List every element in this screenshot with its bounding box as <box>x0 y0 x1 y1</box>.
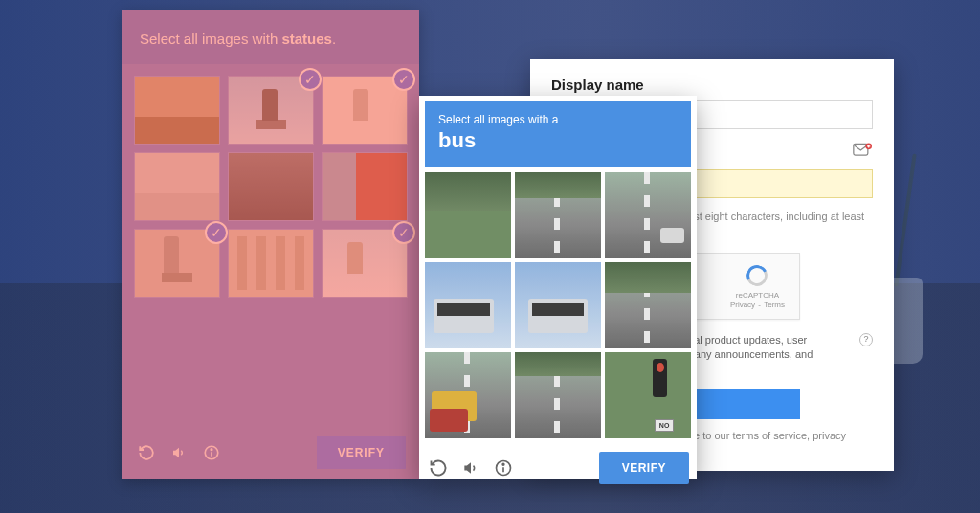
recaptcha-privacy-link[interactable]: Privacy <box>730 301 755 309</box>
check-icon: ✓ <box>392 68 415 91</box>
recaptcha-brand: reCAPTCHA Privacy - Terms <box>729 262 786 309</box>
check-icon: ✓ <box>299 68 322 91</box>
captcha-statues-prompt-prefix: Select all images with <box>140 31 281 47</box>
audio-icon[interactable] <box>168 442 189 463</box>
captcha-statues-tile-5[interactable] <box>228 152 314 221</box>
captcha-statues-tile-2[interactable]: ✓ <box>228 76 314 145</box>
captcha-statues-tile-6[interactable] <box>322 152 408 221</box>
display-name-label: Display name <box>551 77 873 93</box>
captcha-statues-footer: VERIFY <box>122 436 419 469</box>
captcha-bus-tile-5[interactable] <box>515 262 601 348</box>
captcha-bus-footer: VERIFY <box>425 448 691 486</box>
info-icon[interactable] <box>201 442 222 463</box>
captcha-bus-tile-9[interactable]: NO <box>605 352 691 438</box>
captcha-bus-tile-3[interactable] <box>605 172 691 258</box>
captcha-statues-prompt-suffix: . <box>332 31 336 47</box>
no-sign: NO <box>655 419 674 432</box>
add-email-icon[interactable] <box>852 141 873 160</box>
recaptcha-brand-name: reCAPTCHA <box>729 291 786 301</box>
captcha-bus: Select all images with a bus NO VERIFY <box>419 96 697 479</box>
captcha-statues-tile-7[interactable]: ✓ <box>134 229 220 298</box>
check-icon: ✓ <box>205 221 228 244</box>
captcha-statues-tile-8[interactable] <box>228 229 314 298</box>
captcha-bus-tile-4[interactable] <box>425 262 511 348</box>
reload-icon[interactable] <box>427 457 450 480</box>
captcha-statues-grid: ✓ ✓ ✓ ✓ <box>122 64 419 301</box>
reload-icon[interactable] <box>136 442 157 463</box>
svg-point-7 <box>502 463 504 465</box>
captcha-statues-tile-9[interactable]: ✓ <box>322 229 408 298</box>
audio-icon[interactable] <box>459 457 482 480</box>
captcha-statues: Select all images with statues. ✓ ✓ ✓ ✓ … <box>122 10 419 479</box>
verify-button[interactable]: VERIFY <box>599 452 689 484</box>
captcha-bus-prompt-line2: bus <box>438 128 678 153</box>
verify-button[interactable]: VERIFY <box>317 436 406 469</box>
captcha-bus-tile-2[interactable] <box>515 172 601 258</box>
captcha-statues-tile-4[interactable] <box>134 152 220 221</box>
captcha-bus-tile-8[interactable] <box>515 352 601 438</box>
help-icon[interactable]: ? <box>859 333 873 346</box>
captcha-bus-tile-6[interactable] <box>605 262 691 348</box>
svg-point-2 <box>211 449 212 451</box>
captcha-statues-header: Select all images with statues. <box>122 10 419 64</box>
captcha-bus-tile-7[interactable] <box>425 352 511 438</box>
captcha-bus-grid: NO <box>425 172 691 438</box>
captcha-statues-prompt-target: statues <box>281 31 332 47</box>
captcha-bus-tile-1[interactable] <box>425 172 511 258</box>
recaptcha-terms-link[interactable]: Terms <box>764 301 785 309</box>
captcha-statues-tile-1[interactable] <box>134 76 220 145</box>
captcha-statues-tile-3[interactable]: ✓ <box>322 76 408 145</box>
captcha-bus-prompt-line1: Select all images with a <box>438 113 678 126</box>
recaptcha-logo-icon <box>744 262 770 289</box>
info-icon[interactable] <box>492 457 515 480</box>
captcha-bus-header: Select all images with a bus <box>425 101 691 167</box>
check-icon: ✓ <box>392 221 415 244</box>
